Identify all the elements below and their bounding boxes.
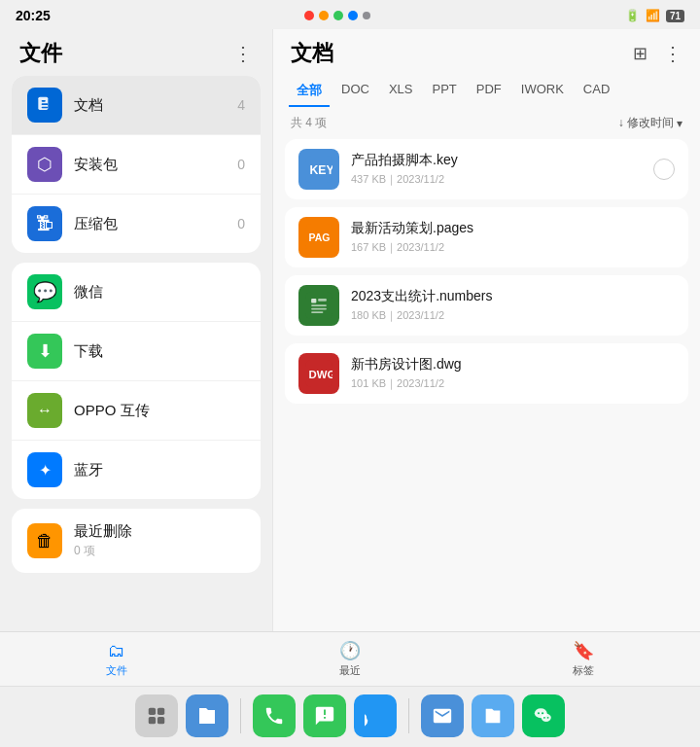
nav-files-icon: 🗂 [108,641,125,661]
svg-text:KEY: KEY [309,163,332,177]
key-file-select[interactable] [653,159,675,180]
trash-icon: 🗑 [27,523,62,558]
trash-title: 最近删除 [74,522,132,541]
app-item-download[interactable]: ⬇ 下载 [12,322,261,381]
nav-recent-icon: 🕐 [339,640,361,661]
zip-icon: 🗜 [27,206,62,241]
nav-tags[interactable]: 🔖 标签 [467,632,700,686]
main-area: 文件 ⋮ 文档 4 ⬡ [0,29,700,631]
dwg-file-icon: DWG [298,353,339,394]
dot-green [333,11,343,20]
file-category-docs[interactable]: 文档 4 [12,76,261,135]
pages-file-name: 最新活动策划.pages [351,220,675,237]
dot-yellow [319,11,329,20]
doc-list: KEY 产品拍摄脚本.key 437 KB｜2023/11/2 PAG [273,135,700,631]
dock-mail-icon[interactable] [421,694,464,737]
svg-point-22 [542,712,543,714]
tab-iwork[interactable]: IWORK [513,76,572,107]
nav-recent-label: 最近 [339,663,361,678]
app-item-bluetooth[interactable]: ✦ 蓝牙 [12,441,261,499]
signal-icon: 71 [666,10,684,22]
pages-file-meta: 167 KB｜2023/11/2 [351,240,675,255]
app-section: 💬 微信 ⬇ 下载 ↔ OPPO 互传 ✦ 蓝牙 [12,263,261,499]
doc-item-dwg[interactable]: DWG 新书房设计图.dwg 101 KB｜2023/11/2 [285,343,688,404]
app-dock [0,686,700,747]
wechat-app-icon: 💬 [27,274,62,309]
trash-info: 最近删除 0 项 [74,522,132,559]
sort-button[interactable]: ↓ 修改时间 ▾ [618,115,682,131]
dock-sep-2 [408,698,409,733]
nav-files-label: 文件 [106,663,127,678]
tab-all[interactable]: 全部 [289,76,330,107]
oppo-label: OPPO 互传 [74,402,150,420]
tab-ppt[interactable]: PPT [424,76,464,107]
trash-section[interactable]: 🗑 最近删除 0 项 [12,509,261,573]
grid-view-button[interactable]: ⊞ [633,43,648,64]
svg-point-25 [547,717,549,719]
dock-files-icon[interactable] [186,694,228,737]
right-panel-title: 文档 [291,39,333,68]
numbers-file-info: 2023支出统计.numbers 180 KB｜2023/11/2 [351,288,675,323]
file-category-zip[interactable]: 🗜 压缩包 0 [12,195,261,253]
dock-sms-icon[interactable] [303,694,346,737]
pkg-icon: ⬡ [27,147,62,182]
tabs-row: 全部 DOC XLS PPT PDF IWORK CAD [273,76,700,107]
svg-rect-10 [318,299,327,302]
svg-rect-13 [311,311,323,313]
bluetooth-label: 蓝牙 [74,461,103,480]
dock-fm-icon[interactable] [472,694,514,737]
dwg-file-info: 新书房设计图.dwg 101 KB｜2023/11/2 [351,356,675,391]
svg-point-23 [542,714,551,722]
dock-group-1 [135,694,228,737]
svg-rect-9 [311,299,316,302]
left-header: 文件 ⋮ [0,29,272,76]
dock-group-3 [421,694,565,737]
tab-xls[interactable]: XLS [381,76,421,107]
app-item-wechat[interactable]: 💬 微信 [12,263,261,322]
right-header: 文档 ⊞ ⋮ [273,29,700,76]
right-header-actions: ⊞ ⋮ [633,42,682,65]
nav-files[interactable]: 🗂 文件 [0,632,233,686]
doc-item-pages[interactable]: PAG 最新活动策划.pages 167 KB｜2023/11/2 [285,207,688,267]
right-panel: 文档 ⊞ ⋮ 全部 DOC XLS PPT PDF IWORK CAD 共 4 … [272,29,700,631]
svg-rect-11 [311,304,327,306]
nav-recent[interactable]: 🕐 最近 [233,632,467,686]
nav-tags-label: 标签 [573,663,594,678]
download-label: 下载 [74,342,103,361]
file-categories-section: 文档 4 ⬡ 安装包 0 🗜 压缩包 0 [12,76,261,253]
dock-phone-icon[interactable] [253,694,296,737]
dock-chat-icon[interactable] [354,694,397,737]
wifi-icon: 📶 [646,9,660,22]
pages-file-info: 最新活动策划.pages 167 KB｜2023/11/2 [351,220,675,255]
doc-icon [27,88,62,123]
right-menu-button[interactable]: ⋮ [663,42,682,65]
left-panel-title: 文件 [19,39,62,68]
docs-count: 4 [237,97,245,113]
file-category-apk[interactable]: ⬡ 安装包 0 [12,135,261,195]
tab-cad[interactable]: CAD [576,76,617,107]
zip-count: 0 [237,216,245,231]
wechat-label: 微信 [74,283,103,302]
svg-rect-18 [149,717,156,724]
status-time: 20:25 [16,8,51,23]
zip-label: 压缩包 [74,215,237,233]
app-item-oppo[interactable]: ↔ OPPO 互传 [12,381,261,441]
svg-rect-1 [42,107,49,109]
left-menu-button[interactable]: ⋮ [233,42,253,65]
doc-item-numbers[interactable]: 2023支出统计.numbers 180 KB｜2023/11/2 [285,275,688,336]
numbers-file-meta: 180 KB｜2023/11/2 [351,308,675,323]
dock-group-2 [253,694,397,737]
dock-sep-1 [240,698,241,733]
svg-text:DWG: DWG [309,369,333,380]
dot-gray [363,12,370,19]
tab-doc[interactable]: DOC [333,76,377,107]
dock-grid-icon[interactable] [135,694,178,737]
dock-wechat-icon[interactable] [522,694,565,737]
status-bar: 20:25 🔋 📶 71 [0,0,700,29]
dot-blue [348,11,358,20]
svg-rect-17 [158,708,164,715]
doc-item-key[interactable]: KEY 产品拍摄脚本.key 437 KB｜2023/11/2 [285,139,688,199]
numbers-file-name: 2023支出统计.numbers [351,288,675,305]
tab-pdf[interactable]: PDF [469,76,509,107]
nav-tags-icon: 🔖 [573,640,594,661]
